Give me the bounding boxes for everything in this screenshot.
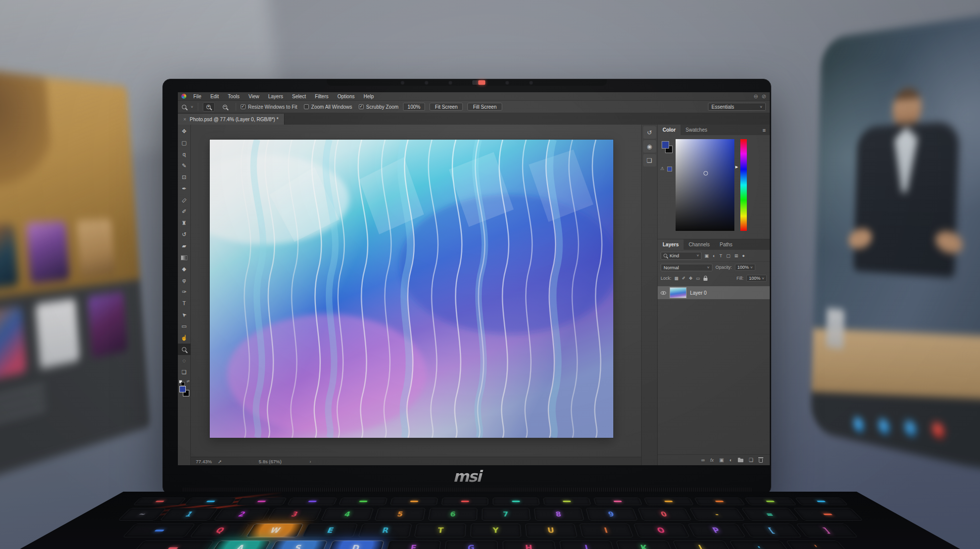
layer-mask-icon[interactable]: ▣ xyxy=(719,457,724,463)
lasso-tool[interactable]: ɋ xyxy=(178,149,191,160)
layer-effects-icon[interactable]: fx xyxy=(710,458,714,463)
crop-tool[interactable]: ⊡ xyxy=(178,172,191,183)
menu-item[interactable]: Filters xyxy=(310,94,333,99)
delete-layer-icon[interactable] xyxy=(759,459,763,463)
panel-menu-icon[interactable]: ≡ xyxy=(759,125,770,135)
smart-object-filter-icon[interactable]: ⊞ xyxy=(734,253,738,258)
adjustment-layer-filter-icon[interactable]: ◐ xyxy=(713,253,715,258)
tab-paths[interactable]: Paths xyxy=(715,239,738,250)
gamut-swatch[interactable] xyxy=(667,167,672,172)
layer-thumbnail[interactable] xyxy=(670,287,687,298)
status-chevron-icon[interactable]: › xyxy=(309,459,311,464)
menu-item[interactable]: Options xyxy=(333,94,359,99)
menu-item[interactable]: Select xyxy=(287,94,310,99)
lock-transparency-icon[interactable]: ▩ xyxy=(675,276,679,281)
minimize-icon[interactable]: ⊖ xyxy=(754,94,758,99)
background-left-top xyxy=(0,66,140,301)
gradient-tool[interactable] xyxy=(178,252,191,263)
app-logo-icon[interactable] xyxy=(181,94,186,99)
type-tool[interactable]: T xyxy=(178,298,191,309)
menu-item[interactable]: Help xyxy=(359,94,379,99)
fit-screen-button[interactable]: Fit Screen xyxy=(429,103,463,111)
checkbox-icon[interactable] xyxy=(359,104,364,109)
color-gradient-box[interactable] xyxy=(676,139,734,231)
hue-slider-icon[interactable]: ▶ xyxy=(735,165,738,169)
shape-layer-filter-icon[interactable]: ▢ xyxy=(726,253,730,258)
layer-row[interactable]: Layer 0 xyxy=(658,286,770,299)
brush-tool[interactable]: ✐ xyxy=(178,206,191,217)
menu-item[interactable]: Layers xyxy=(264,94,287,99)
fill-value[interactable]: 100% ˅ xyxy=(746,275,767,282)
quick-selection-tool[interactable]: ✎ xyxy=(178,160,191,172)
lock-paint-icon[interactable]: ✐ xyxy=(682,276,686,281)
tab-close-icon[interactable]: × xyxy=(183,117,186,122)
tab-color[interactable]: Color xyxy=(658,125,681,135)
foreground-chip[interactable] xyxy=(662,141,669,149)
zoom-all-windows-checkbox[interactable]: Zoom All Windows xyxy=(304,104,352,110)
adjustment-layer-icon[interactable]: ◐ xyxy=(729,457,732,463)
link-layers-icon[interactable]: ∞ xyxy=(701,457,704,463)
adjustments-panel-icon[interactable]: ◉ xyxy=(643,140,656,153)
spot-healing-brush-tool[interactable]: ▭ xyxy=(178,194,191,206)
pen-tool[interactable]: ✑ xyxy=(178,286,191,298)
lock-position-icon[interactable]: ✥ xyxy=(689,276,693,281)
dodge-tool[interactable]: φ xyxy=(178,275,191,286)
layer-filter-kind-dropdown[interactable]: Kind ˅ xyxy=(661,252,701,260)
webcam-icon xyxy=(448,81,452,85)
type-layer-filter-icon[interactable]: T xyxy=(719,253,722,258)
fill-screen-button[interactable]: Fill Screen xyxy=(467,103,502,111)
tab-channels[interactable]: Channels xyxy=(684,239,714,250)
filter-toggle-icon[interactable]: ● xyxy=(742,253,745,258)
blur-tool[interactable]: ◆ xyxy=(178,263,191,275)
tool-preset-chevron-icon[interactable]: ˅ xyxy=(191,105,193,109)
canvas-image[interactable] xyxy=(210,140,613,438)
foreground-color-swatch[interactable] xyxy=(179,386,186,392)
lock-artboard-icon[interactable]: ▭ xyxy=(696,276,700,281)
new-layer-icon[interactable]: ❏ xyxy=(749,457,753,463)
zoom-out-button[interactable] xyxy=(219,102,231,112)
eraser-tool[interactable]: ▰ xyxy=(178,240,191,252)
zoom-level-field[interactable]: 100% xyxy=(403,103,425,111)
status-zoom-level[interactable]: 77.43% xyxy=(196,459,212,464)
swap-colors-icon[interactable]: ⇄ xyxy=(179,379,190,384)
move-tool[interactable]: ✥ xyxy=(178,126,191,137)
key-6: 6 xyxy=(427,508,477,521)
screen-mode-button[interactable]: ❏ xyxy=(178,366,191,378)
checkbox-icon[interactable] xyxy=(241,104,246,109)
eyedropper-tool[interactable]: ✒ xyxy=(178,183,191,194)
zoom-in-button[interactable] xyxy=(203,102,215,112)
background-right-display xyxy=(811,11,980,473)
export-icon[interactable]: ➚ xyxy=(218,459,222,464)
menu-item[interactable]: Edit xyxy=(206,94,223,99)
tab-swatches[interactable]: Swatches xyxy=(681,125,712,135)
hue-bar[interactable] xyxy=(740,139,747,231)
history-panel-icon[interactable]: ↺ xyxy=(643,126,656,139)
menu-item[interactable]: File xyxy=(189,94,206,99)
default-colors-icon[interactable] xyxy=(179,380,182,383)
close-icon[interactable]: ⊘ xyxy=(762,94,766,99)
rectangle-tool[interactable]: ▭ xyxy=(178,321,191,332)
resize-windows-to-fit-checkbox[interactable]: Resize Windows to Fit xyxy=(241,104,297,110)
lock-all-icon[interactable] xyxy=(703,278,707,281)
tab-layers[interactable]: Layers xyxy=(658,239,684,250)
pixel-layer-filter-icon[interactable]: ▣ xyxy=(704,253,709,258)
color-picker-marker[interactable] xyxy=(703,171,708,176)
blend-mode-dropdown[interactable]: Normal ˅ xyxy=(661,264,712,271)
visibility-eye-icon[interactable] xyxy=(661,291,666,295)
menu-item[interactable]: View xyxy=(244,94,264,99)
menu-item[interactable]: Tools xyxy=(223,94,244,99)
history-brush-tool[interactable]: ↺ xyxy=(178,229,191,240)
clone-stamp-tool[interactable]: ♜ xyxy=(178,217,191,229)
checkbox-icon[interactable] xyxy=(304,104,309,109)
workspace-selector[interactable]: Essentials ˅ xyxy=(708,103,766,111)
libraries-panel-icon[interactable]: ❏ xyxy=(643,154,656,167)
rectangular-marquee-tool[interactable]: ▢ xyxy=(178,137,191,149)
path-selection-tool[interactable]: ➤ xyxy=(178,309,191,321)
opacity-value[interactable]: 100% ˅ xyxy=(735,264,755,271)
zoom-tool[interactable] xyxy=(178,344,191,355)
layer-group-icon[interactable] xyxy=(738,459,743,462)
hand-tool[interactable]: ☝ xyxy=(178,332,191,344)
quick-mask-button[interactable]: ◌ xyxy=(178,355,191,366)
scrubby-zoom-checkbox[interactable]: Scrubby Zoom xyxy=(359,104,399,110)
document-tab[interactable]: × Photo.psd @ 77.4% (Layer 0, RGB/8*) * xyxy=(178,114,284,125)
